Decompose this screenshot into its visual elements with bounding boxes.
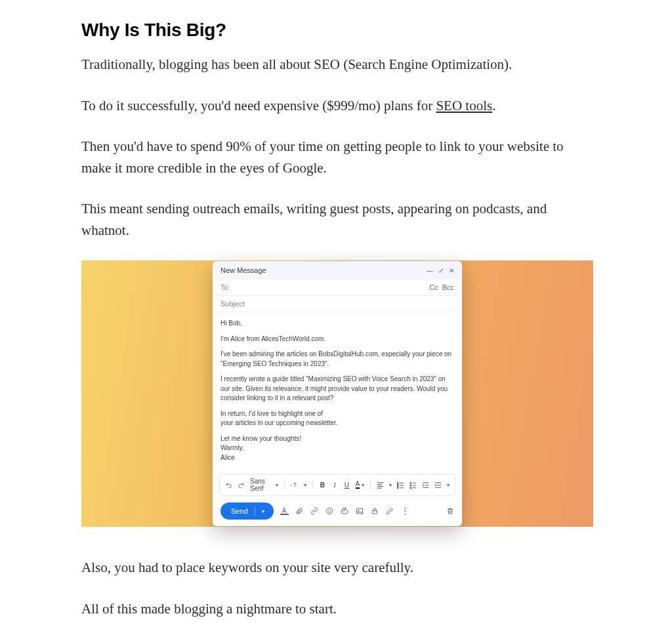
chevron-down-icon[interactable]: ▾: [304, 482, 306, 488]
link-icon[interactable]: [310, 507, 319, 516]
align-icon[interactable]: [377, 481, 384, 489]
indent-more-icon[interactable]: [434, 481, 442, 489]
numbered-list-icon[interactable]: 123: [397, 481, 404, 489]
paragraph: Traditionally, blogging has been all abo…: [81, 54, 593, 75]
chevron-down-icon[interactable]: ▾: [447, 482, 450, 488]
format-toolbar: Sans Serif ▾ тT ▾ B I U A ▾: [219, 474, 455, 496]
expand-icon[interactable]: ⤢: [438, 267, 444, 274]
svg-point-26: [327, 508, 333, 514]
to-label: To: [220, 283, 228, 291]
svg-text:T: T: [293, 482, 297, 488]
font-label: Sans Serif: [250, 478, 274, 492]
body-line: I've been admiring the articles on BobsD…: [220, 350, 454, 369]
svg-point-16: [410, 487, 411, 488]
cc-button[interactable]: Cc: [429, 283, 438, 291]
body-line: your articles in our upcoming newsletter…: [220, 419, 454, 428]
body-line: I recently wrote a guide titled "Maximiz…: [220, 375, 454, 403]
send-row: Send ▾ A: [213, 496, 462, 526]
chevron-down-icon: ▾: [276, 482, 278, 488]
compose-title: New Message: [220, 266, 266, 274]
paragraph-text: .: [492, 98, 495, 113]
svg-marker-23: [435, 484, 437, 486]
svg-point-33: [404, 510, 406, 512]
pen-icon[interactable]: [386, 507, 394, 516]
underline-button[interactable]: U: [343, 481, 350, 489]
svg-point-30: [358, 510, 360, 512]
bullet-list-icon[interactable]: [410, 481, 417, 489]
paragraph: To do it successfully, you'd need expens…: [81, 95, 593, 117]
body-line: In return, I'd love to highlight one of: [220, 409, 454, 419]
bold-button[interactable]: B: [319, 481, 326, 489]
email-compose-figure: New Message — ⤢ ✕ To Cc Bcc Subject Hi B…: [81, 260, 593, 527]
close-icon[interactable]: ✕: [449, 267, 454, 274]
paragraph: All of this made blogging a nightmare to…: [81, 598, 593, 620]
paragraph: Then you'd have to spend 90% of your tim…: [81, 136, 593, 178]
font-size-icon[interactable]: тT: [290, 481, 299, 489]
undo-icon[interactable]: [225, 481, 232, 489]
font-select[interactable]: Sans Serif ▾: [250, 478, 278, 492]
svg-point-28: [330, 510, 331, 511]
send-label: Send: [231, 507, 248, 515]
svg-point-14: [410, 485, 411, 486]
paragraph: This meant sending outreach emails, writ…: [81, 198, 593, 241]
subject-placeholder: Subject: [220, 300, 245, 308]
send-button[interactable]: Send ▾: [220, 503, 274, 520]
bcc-button[interactable]: Bcc: [442, 283, 454, 291]
emoji-icon[interactable]: [326, 507, 334, 516]
text-format-icon[interactable]: A: [280, 508, 289, 515]
trash-icon[interactable]: [446, 507, 454, 515]
svg-point-32: [404, 508, 406, 509]
body-line: I'm Alice from AlicesTechWorld.com.: [220, 335, 454, 344]
svg-point-34: [404, 514, 406, 515]
text-color-button[interactable]: A ▾: [356, 481, 365, 489]
body-line: Warmly,: [220, 443, 454, 453]
body-line: Alice: [220, 453, 454, 463]
svg-point-27: [328, 510, 329, 511]
to-row[interactable]: To Cc Bcc: [213, 279, 462, 296]
svg-point-12: [410, 482, 411, 483]
chevron-down-icon: ▾: [362, 482, 364, 488]
svg-rect-31: [373, 511, 377, 514]
svg-marker-19: [423, 484, 425, 486]
svg-text:3: 3: [397, 487, 398, 489]
body-line: Hi Bob,: [220, 319, 454, 329]
compose-header: New Message — ⤢ ✕: [213, 261, 462, 279]
indent-less-icon[interactable]: [422, 481, 429, 489]
seo-tools-link[interactable]: SEO tools: [436, 98, 492, 113]
more-icon[interactable]: [401, 507, 410, 516]
email-body[interactable]: Hi Bob, I'm Alice from AlicesTechWorld.c…: [213, 312, 462, 474]
attach-icon[interactable]: [295, 507, 304, 516]
confidential-icon[interactable]: [371, 507, 379, 516]
drive-icon[interactable]: [341, 507, 349, 516]
image-icon[interactable]: [356, 507, 364, 516]
svg-text:т: т: [290, 483, 292, 487]
paragraph-text: To do it successfully, you'd need expens…: [81, 98, 436, 113]
subject-row[interactable]: Subject: [213, 296, 462, 312]
chevron-down-icon[interactable]: ▾: [389, 482, 392, 488]
minimize-icon[interactable]: —: [427, 267, 433, 274]
section-heading: Why Is This Big?: [81, 20, 593, 41]
compose-window: New Message — ⤢ ✕ To Cc Bcc Subject Hi B…: [213, 261, 462, 526]
italic-button[interactable]: I: [331, 481, 338, 489]
redo-icon[interactable]: [238, 481, 245, 489]
paragraph: Also, you had to place keywords on your …: [81, 557, 593, 579]
body-line: Let me know your thoughts!: [220, 434, 454, 444]
chevron-down-icon: ▾: [262, 508, 264, 514]
